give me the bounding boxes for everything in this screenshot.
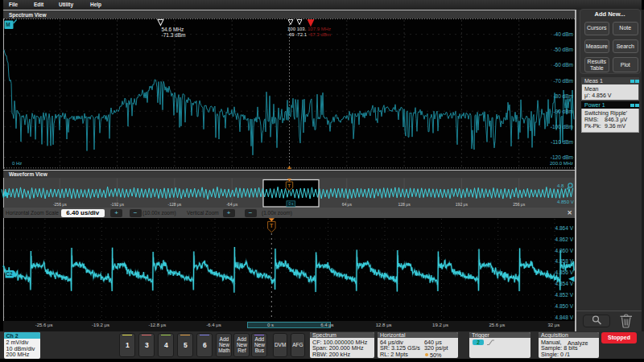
svg-text:C2: C2 [6,271,13,277]
svg-text:M: M [6,22,10,27]
svg-text:4.8: 4.8 [557,183,564,188]
svg-text:4.850 V: 4.850 V [557,200,574,204]
svg-text:0 s: 0 s [288,202,294,206]
svg-text:T: T [270,223,274,228]
